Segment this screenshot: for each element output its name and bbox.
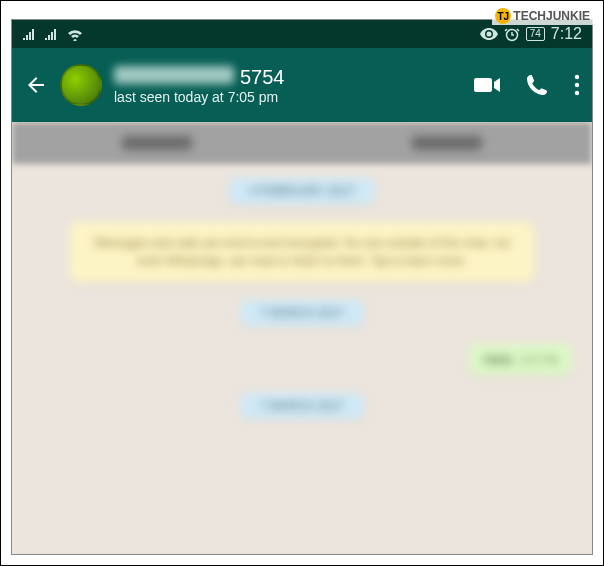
message-text: Hello	[483, 352, 513, 367]
alarm-icon	[504, 26, 520, 42]
svg-point-1	[575, 75, 579, 79]
date-chip: 7 MARCH 2017	[240, 393, 364, 419]
tab-strip-blurred	[12, 122, 592, 164]
status-left	[22, 27, 84, 41]
message-time: 6:57 PM	[521, 355, 558, 366]
contact-name-blurred	[114, 66, 234, 84]
svg-point-2	[575, 83, 579, 87]
watermark-text: TECHJUNKIE	[513, 9, 590, 23]
date-chip: 7 MARCH 2017	[240, 300, 364, 326]
last-seen-text: last seen today at 7:05 pm	[114, 89, 462, 106]
messages-area[interactable]: A FEBRUARY 2017 Messages and calls are e…	[12, 164, 592, 433]
avatar[interactable]	[60, 64, 102, 106]
back-arrow-icon[interactable]	[24, 73, 48, 97]
video-call-icon[interactable]	[474, 76, 500, 94]
watermark-logo: TJ	[495, 8, 511, 24]
contact-name: 5754	[114, 65, 462, 89]
date-chip: A FEBRUARY 2017	[229, 178, 375, 204]
chat-header: 5754 last seen today at 7:05 pm	[12, 48, 592, 122]
battery-indicator: 74	[526, 27, 545, 41]
eye-icon	[480, 28, 498, 40]
more-options-icon[interactable]	[574, 74, 580, 96]
clock-text: 7:12	[551, 25, 582, 43]
voice-call-icon[interactable]	[526, 74, 548, 96]
outgoing-message[interactable]: Hello 6:57 PM	[469, 344, 572, 375]
wifi-icon	[66, 27, 84, 41]
header-text[interactable]: 5754 last seen today at 7:05 pm	[114, 65, 462, 106]
contact-suffix: 5754	[240, 65, 285, 89]
chat-body: A FEBRUARY 2017 Messages and calls are e…	[12, 122, 592, 554]
phone-frame: 74 7:12 5754 last seen today at 7:05 pm	[11, 19, 593, 555]
signal-icon-2	[44, 28, 58, 40]
encryption-notice[interactable]: Messages and calls are end-to-end encryp…	[70, 222, 534, 282]
svg-point-3	[575, 91, 579, 95]
signal-icon-1	[22, 28, 36, 40]
status-right: 74 7:12	[480, 25, 582, 43]
header-actions	[474, 74, 580, 96]
watermark: TJ TECHJUNKIE	[492, 7, 593, 25]
